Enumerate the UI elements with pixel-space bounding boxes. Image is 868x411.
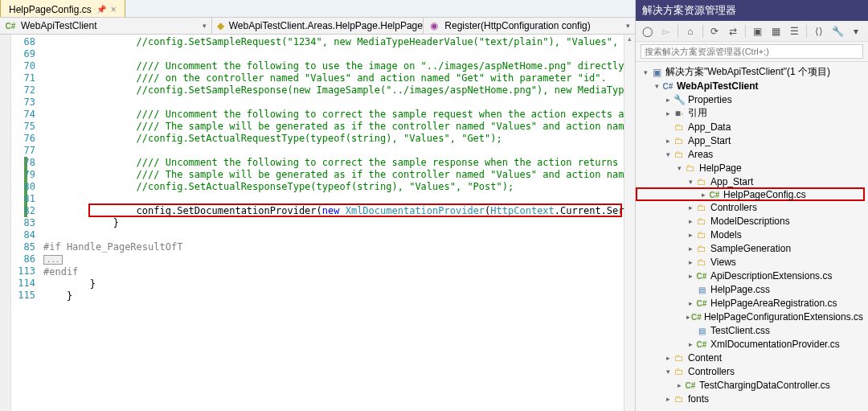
back-button[interactable]: ◯ — [641, 24, 654, 39]
tree-node-properties[interactable]: ▸🔧Properties — [636, 92, 868, 106]
tree-node-hpce[interactable]: ▸C#HelpPageConfigurationExtensions.cs — [636, 310, 868, 323]
code-editor[interactable]: 6869707172737475767778798081828384858611… — [0, 35, 635, 411]
forward-button[interactable]: ▻ — [659, 24, 673, 39]
tree-node-samplegen[interactable]: ▸🗀SampleGeneration — [636, 241, 868, 255]
show-all-icon[interactable]: ▦ — [769, 24, 783, 39]
expand-icon[interactable]: ▸ — [686, 313, 691, 321]
tree-label: WebApiTestClient — [677, 80, 759, 92]
code-surface[interactable]: //config.SetSampleRequest("1234", new Me… — [40, 35, 624, 411]
expand-icon[interactable]: ▾ — [641, 68, 650, 76]
folder-icon: 🗀 — [684, 162, 697, 174]
home-icon[interactable]: ⌂ — [683, 24, 697, 39]
expand-icon[interactable]: ▸ — [663, 354, 673, 362]
tree-node-models[interactable]: ▸🗀Models — [636, 228, 868, 241]
properties-icon[interactable]: ☰ — [788, 24, 801, 39]
active-tab[interactable]: HelpPageConfig.cs 📌 × — [0, 0, 125, 17]
tree-node-project[interactable]: ▾C#WebApiTestClient — [636, 79, 868, 92]
expand-icon[interactable]: ▸ — [686, 272, 695, 280]
tree-node-controllers[interactable]: ▾🗀Controllers — [636, 364, 868, 378]
member-dropdown[interactable]: ◉ Register(HttpConfiguration config) ▾ — [424, 18, 635, 34]
expand-icon[interactable]: ▸ — [686, 299, 695, 307]
expand-icon[interactable]: ▸ — [663, 395, 673, 403]
expand-icon[interactable]: ▸ — [686, 258, 695, 266]
expand-icon[interactable]: ▸ — [686, 203, 695, 212]
tree-node-tcdc[interactable]: ▸C#TestChargingDataController.cs — [636, 378, 868, 392]
expand-icon[interactable]: ▸ — [686, 340, 695, 348]
tree-node-xdp[interactable]: ▸C#XmlDocumentationProvider.cs — [636, 337, 868, 351]
folder-icon: 🗀 — [673, 366, 686, 377]
folder-icon: 🗀 — [695, 202, 708, 213]
tree-node-helppage[interactable]: ▾🗀HelpPage — [636, 161, 868, 175]
ref-icon: ■· — [673, 108, 686, 119]
vertical-scrollbar[interactable]: ▴ — [624, 35, 635, 411]
tree-node-hpcss[interactable]: ▤HelpPage.css — [636, 282, 868, 296]
tree-node-hpar[interactable]: ▸C#HelpPageAreaRegistration.cs — [636, 296, 868, 310]
expand-icon[interactable]: ▾ — [663, 150, 673, 158]
expand-icon[interactable]: ▾ — [663, 368, 673, 376]
css-icon: ▤ — [695, 284, 708, 295]
tree-label: 引用 — [688, 106, 707, 120]
tree-node-content[interactable]: ▸🗀Content — [636, 351, 868, 364]
search-box — [636, 42, 868, 62]
expand-icon[interactable]: ▾ — [652, 82, 661, 90]
cs-icon: C# — [684, 380, 697, 391]
indicator-margin — [0, 35, 11, 411]
tree-label: 解决方案"WebApiTestClient"(1 个项目) — [665, 65, 830, 79]
sync-icon[interactable]: ⇄ — [727, 24, 740, 39]
expand-icon[interactable]: ▾ — [686, 178, 695, 186]
tree-node-fonts[interactable]: ▸🗀fonts — [636, 392, 868, 405]
search-input[interactable] — [641, 44, 863, 59]
folder-icon: 🗀 — [673, 393, 686, 405]
solution-tree[interactable]: ▾▣解决方案"WebApiTestClient"(1 个项目)▾C#WebApi… — [636, 62, 868, 411]
wrench-icon: 🔧 — [673, 94, 686, 105]
tree-node-appdata[interactable]: 🗀App_Data — [636, 120, 868, 134]
tree-label: App_Data — [688, 121, 731, 133]
folder-icon: 🗀 — [695, 257, 708, 268]
chevron-down-icon: ▾ — [203, 22, 207, 30]
expand-icon[interactable]: ▸ — [663, 96, 673, 104]
tree-node-hp-controllers[interactable]: ▸🗀Controllers — [636, 200, 868, 214]
tree-node-tccss[interactable]: ▤TestClient.css — [636, 323, 868, 337]
navigation-bar: C# WebApiTestClient ▾ ◆ WebApiTestClient… — [0, 18, 635, 35]
tree-node-views[interactable]: ▸🗀Views — [636, 255, 868, 269]
csharp-icon: C# — [5, 20, 16, 31]
collapse-icon[interactable]: ▣ — [751, 24, 764, 39]
folder-icon: 🗀 — [695, 229, 708, 240]
tree-label: Controllers — [710, 202, 757, 213]
pin-icon[interactable]: 📌 — [96, 5, 106, 14]
expand-icon[interactable]: ▾ — [674, 164, 684, 172]
line-numbers: 6869707172737475767778798081828384858611… — [11, 35, 40, 411]
tree-node-areas[interactable]: ▾🗀Areas — [636, 147, 868, 161]
namespace-name: WebApiTestClient.Areas.HelpPage.HelpPage — [229, 20, 423, 31]
expand-icon[interactable]: ▸ — [698, 191, 708, 199]
class-icon: ◆ — [217, 20, 224, 31]
tree-label: XmlDocumentationProvider.cs — [710, 339, 840, 350]
expand-icon[interactable]: ▸ — [663, 137, 673, 145]
close-icon[interactable]: × — [111, 4, 117, 15]
tree-label: Content — [688, 352, 722, 364]
preview-icon[interactable]: ⟨⟩ — [812, 24, 825, 39]
tree-node-solution[interactable]: ▾▣解决方案"WebApiTestClient"(1 个项目) — [636, 65, 868, 79]
tree-label: TestClient.css — [710, 325, 770, 336]
tree-node-apidesc[interactable]: ▸C#ApiDescriptionExtensions.cs — [636, 269, 868, 282]
tree-node-hp-appstart[interactable]: ▾🗀App_Start — [636, 175, 868, 188]
expand-icon[interactable]: ▸ — [686, 231, 695, 239]
expand-icon[interactable]: ▸ — [686, 245, 695, 253]
expand-icon[interactable]: ▸ — [686, 217, 695, 225]
scroll-up-icon[interactable]: ▴ — [624, 35, 635, 46]
expand-icon[interactable]: ▸ — [663, 109, 673, 117]
class-dropdown[interactable]: C# WebApiTestClient ▾ — [0, 18, 212, 34]
more-icon[interactable]: ▾ — [850, 24, 863, 39]
tree-node-appstart[interactable]: ▸🗀App_Start — [636, 134, 868, 147]
wrench-icon[interactable]: 🔧 — [831, 24, 845, 39]
tree-label: TestChargingDataController.cs — [699, 380, 830, 391]
namespace-dropdown[interactable]: ◆ WebApiTestClient.Areas.HelpPage.HelpPa… — [212, 18, 424, 34]
member-name: Register(HttpConfiguration config) — [444, 20, 590, 31]
folder-icon: 🗀 — [673, 121, 686, 133]
solution-toolbar: ◯ ▻ ⌂ ⟳ ⇄ ▣ ▦ ☰ ⟨⟩ 🔧 ▾ — [636, 21, 868, 42]
refresh-icon[interactable]: ⟳ — [708, 24, 722, 39]
tree-node-modeldesc[interactable]: ▸🗀ModelDescriptions — [636, 214, 868, 228]
tree-node-references[interactable]: ▸■·引用 — [636, 106, 868, 120]
expand-icon[interactable]: ▸ — [674, 381, 684, 389]
tree-node-hpconfig[interactable]: ▸C#HelpPageConfig.cs — [636, 187, 865, 201]
